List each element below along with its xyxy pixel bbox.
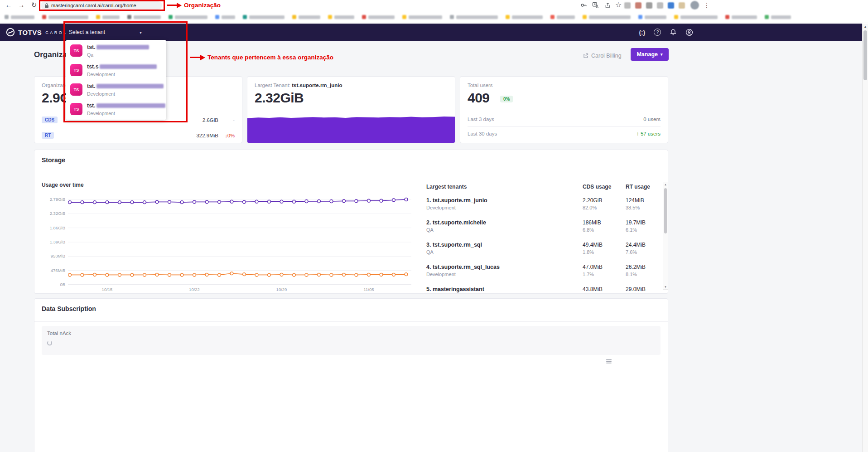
chart-menu-icon[interactable] [606, 358, 612, 366]
bookmark-item[interactable] [328, 15, 354, 19]
bookmark-favicon [550, 15, 555, 19]
extension-chip[interactable] [679, 2, 685, 9]
scroll-up-icon[interactable]: ▲ [863, 25, 868, 28]
chevron-down-icon: ▾ [661, 52, 663, 57]
bookmark-favicon [243, 15, 247, 19]
bookmark-star-icon[interactable]: ☆ [615, 0, 622, 9]
scrollbar-thumb[interactable] [664, 188, 667, 233]
bookmark-blurred-label [409, 15, 442, 19]
total-nack-label: Total nAck [47, 330, 71, 336]
total-users-value: 409 [468, 90, 490, 106]
extension-chip[interactable] [657, 2, 663, 9]
bookmark-item[interactable] [5, 15, 34, 19]
largest-tenant-row: 4. tst.suporte.rm_sql_lucasDevelopment47… [426, 263, 664, 285]
bookmark-item[interactable] [506, 15, 543, 19]
extension-chip[interactable] [668, 2, 674, 9]
tenant-list-scrollbar[interactable]: ▲ ▼ [663, 182, 668, 290]
scrollbar-thumb[interactable] [863, 30, 867, 80]
section-divider [34, 321, 668, 322]
bookmark-item[interactable] [96, 15, 120, 19]
bookmark-item[interactable] [362, 15, 395, 19]
svg-text:10/15: 10/15 [102, 287, 113, 292]
browser-toolbar: ← → ↻ masteringcarol.carol.ai/carol-org/… [0, 0, 868, 11]
tenant-name: 4. tst.suporte.rm_sql_lucas [426, 264, 500, 270]
app-header-icons: {;} ? [639, 24, 693, 41]
bookmark-item[interactable] [583, 15, 631, 19]
external-link-icon [583, 53, 588, 58]
bookmark-blurred-label [175, 15, 207, 19]
usage-over-time-chart: 0B476MiB953MiB1.39GiB1.86GiB2.32GiB2.79G… [43, 188, 429, 292]
carol-billing-link[interactable]: Carol Billing [583, 53, 622, 59]
total-users-change-badge: 0% [500, 96, 513, 102]
svg-text:1.39GiB: 1.39GiB [50, 239, 65, 244]
annotation-arrow-head [200, 55, 205, 60]
svg-text:2.32GiB: 2.32GiB [50, 211, 65, 216]
bookmark-item[interactable] [765, 15, 791, 19]
bookmark-favicon [450, 15, 454, 19]
total-users-label: Total users [468, 83, 493, 88]
bookmark-item[interactable] [215, 15, 235, 19]
bookmark-item[interactable] [169, 15, 207, 19]
forward-icon[interactable]: → [16, 1, 26, 9]
bookmark-blurred-label [48, 15, 88, 19]
tenant-cds-percent: 1.7% [583, 272, 594, 277]
bookmark-item[interactable] [243, 15, 285, 19]
bookmark-favicon [362, 15, 366, 19]
manage-button[interactable]: Manage ▾ [631, 48, 669, 61]
bookmark-item[interactable] [450, 15, 498, 19]
bookmark-item[interactable] [127, 15, 161, 19]
developer-icon[interactable]: {;} [639, 29, 645, 36]
scroll-up-icon[interactable]: ▲ [663, 183, 668, 186]
key-icon[interactable] [580, 2, 587, 10]
bookmark-item[interactable] [42, 15, 88, 19]
tenant-cds-percent: 1.8% [583, 249, 594, 255]
tenant-rt-percent: 7.6% [626, 249, 637, 255]
svg-text:11/05: 11/05 [363, 287, 374, 292]
notifications-bell-icon[interactable] [670, 29, 677, 36]
screen: ← → ↻ masteringcarol.carol.ai/carol-org/… [0, 0, 868, 452]
page-scrollbar[interactable]: ▲ [862, 24, 868, 452]
share-icon[interactable] [604, 2, 611, 10]
totvs-carol-logo[interactable]: TOTVS CAROL [6, 28, 68, 37]
account-icon[interactable] [685, 29, 693, 36]
tenant-rt-usage: 124MiB [626, 197, 644, 204]
scroll-down-icon[interactable]: ▼ [663, 286, 668, 288]
svg-text:2.79GiB: 2.79GiB [50, 197, 65, 202]
last-3-days-value: 0 users [643, 117, 661, 122]
browser-profile-avatar[interactable] [690, 1, 699, 10]
section-divider [34, 173, 668, 173]
bookmark-favicon [5, 15, 9, 19]
bookmark-blurred-label [645, 15, 666, 19]
back-icon[interactable]: ← [4, 1, 14, 9]
annotation-arrow-head [177, 3, 182, 8]
card-divider [468, 126, 661, 127]
annotation-arrow-line [167, 5, 177, 6]
largest-tenant-total: 2.32GiB [255, 90, 304, 106]
largest-tenant-area-chart [247, 115, 455, 143]
bookmark-blurred-label [11, 15, 34, 19]
largest-tenant-name: tst.suporte.rm_junio [292, 83, 342, 88]
extension-chip[interactable] [635, 2, 641, 9]
refresh-icon[interactable]: ↻ [29, 1, 39, 9]
bookmark-blurred-label [222, 15, 235, 19]
bookmark-blurred-label [368, 15, 395, 19]
last-30-days-label: Last 30 days [468, 131, 497, 136]
bookmark-item[interactable] [674, 15, 718, 19]
rt-usage-row: RT 322.9MiB ↓0% [42, 132, 235, 140]
extension-chip[interactable] [624, 2, 631, 9]
bookmark-item[interactable] [292, 15, 320, 19]
tenant-environment: Development [426, 272, 456, 277]
tenant-environment: QA [426, 249, 434, 255]
bookmark-item[interactable] [638, 15, 666, 19]
bookmark-item[interactable] [402, 15, 442, 19]
extension-chip[interactable] [646, 2, 652, 9]
browser-menu-icon[interactable]: ⋮ [704, 1, 710, 9]
help-icon[interactable]: ? [654, 29, 661, 36]
bookmark-item[interactable] [550, 15, 575, 19]
largest-tenants-title: Largest tenants [426, 184, 467, 190]
bookmark-blurred-label [334, 15, 354, 19]
bookmark-item[interactable] [725, 15, 757, 19]
translate-icon[interactable] [592, 2, 599, 10]
bookmark-favicon [725, 15, 729, 19]
bookmark-favicon [42, 15, 46, 19]
